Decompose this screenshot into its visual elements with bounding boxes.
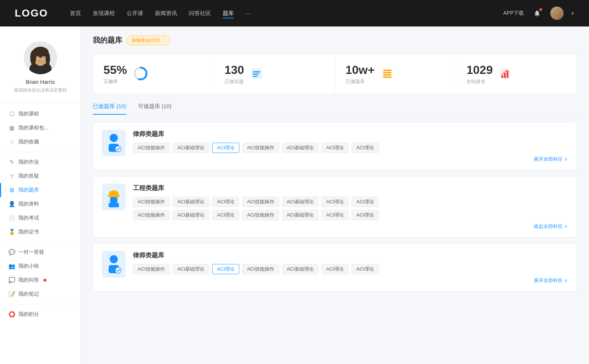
lawyer-icon-1 — [102, 130, 126, 156]
tag-3[interactable]: ACI技能操作 — [242, 143, 279, 153]
svg-rect-16 — [253, 76, 257, 77]
tag-row-engineer-2: ACI技能操作 ACI基础理论 ACI理论 ACI技能操作 ACI基础理论 AC… — [133, 210, 568, 220]
svg-rect-14 — [253, 71, 260, 72]
stat-done-label: 已做试题 — [225, 78, 244, 85]
svg-rect-24 — [504, 73, 506, 78]
svg-rect-25 — [507, 71, 508, 78]
law2-tag-3[interactable]: ACI技能操作 — [242, 264, 279, 274]
sidebar-item-certificate[interactable]: 🏅 我的证书 — [0, 225, 81, 239]
layout: Brian Harris 错误的决定比没有决定要好 ☐ 我的课程 ▦ 我的课程包… — [0, 26, 589, 364]
sidebar-label-exam: 我的考试 — [18, 215, 39, 221]
bank-content-engineer: 工程类题库 ACI技能操作 ACI基础理论 ACI理论 ACI技能操作 ACI基… — [133, 184, 568, 230]
sidebar-item-qa[interactable]: 💭 我的问答 — [0, 273, 81, 287]
user-dropdown-arrow[interactable]: ∨ — [571, 11, 574, 16]
law2-tag-1[interactable]: ACI基础理论 — [173, 264, 209, 274]
star-icon: ☆ — [9, 139, 15, 145]
edit-icon: ✎ — [9, 159, 15, 165]
lawyer-icon-2 — [102, 251, 126, 278]
nav-questions[interactable]: 题库 — [223, 8, 234, 18]
page-title: 我的题库 — [93, 35, 122, 45]
eng-tag-10[interactable]: ACI技能操作 — [242, 210, 279, 220]
qa-icon: 💭 — [9, 277, 15, 283]
sidebar-divider-2 — [0, 152, 81, 152]
eng-tag-6[interactable]: ACI理论 — [352, 197, 379, 207]
navbar: LOGO 首页 发现课程 公开课 新闻资讯 问答社区 题库 ··· APP下载 … — [0, 0, 589, 26]
tag-0[interactable]: ACI技能操作 — [133, 143, 170, 153]
sidebar-item-one-on-one[interactable]: 💬 一对一答疑 — [0, 245, 81, 259]
nav-open-course[interactable]: 公开课 — [127, 8, 143, 18]
nav-more[interactable]: ··· — [246, 8, 250, 18]
sidebar-item-notes[interactable]: 📝 我的笔记 — [0, 287, 81, 301]
notification-bell[interactable] — [531, 7, 543, 19]
nav-menu: 首页 发现课程 公开课 新闻资讯 问答社区 题库 ··· — [70, 8, 489, 18]
eng-tag-3[interactable]: ACI技能操作 — [242, 197, 279, 207]
question-icon: ? — [9, 173, 15, 179]
note-icon: 📝 — [9, 291, 15, 297]
tag-row-lawyer-2: ACI技能操作 ACI基础理论 ACI理论 ACI技能操作 ACI基础理论 AC… — [133, 264, 568, 274]
nav-news[interactable]: 新闻资讯 — [155, 8, 177, 18]
sidebar-label-course-package: 我的课程包... — [18, 125, 49, 131]
eng-tag-0[interactable]: ACI技能操作 — [133, 197, 170, 207]
nav-discover[interactable]: 发现课程 — [93, 8, 115, 18]
sidebar-label-my-course: 我的课程 — [18, 111, 39, 117]
sidebar-item-group[interactable]: 👥 我的小组 — [0, 259, 81, 273]
expand-link-lawyer-1[interactable]: 展开全部科目 ∨ — [133, 156, 568, 163]
bank-card-lawyer-2: 律师类题库 ACI技能操作 ACI基础理论 ACI理论 ACI技能操作 ACI基… — [93, 243, 577, 292]
tag-6[interactable]: ACI理论 — [352, 143, 379, 153]
eng-tag-8[interactable]: ACI基础理论 — [173, 210, 209, 220]
stat-accuracy: 55% 正确率 — [93, 54, 214, 94]
expand-link-engineer[interactable]: 收起全部科目 ∧ — [133, 223, 568, 230]
sidebar-item-favorites[interactable]: ☆ 我的收藏 — [0, 135, 81, 149]
logo[interactable]: LOGO — [15, 7, 48, 19]
sidebar-item-homework[interactable]: ✎ 我的作业 — [0, 155, 81, 169]
cert-icon: 🏅 — [9, 229, 15, 235]
stat-done-text: 130 已做试题 — [225, 63, 244, 85]
expand-link-lawyer-2[interactable]: 展开全部科目 ∨ — [133, 277, 568, 284]
sidebar-item-questions[interactable]: ? 我的答疑 — [0, 169, 81, 183]
sidebar-item-profile[interactable]: 👤 我的资料 — [0, 197, 81, 211]
law2-tag-4[interactable]: ACI基础理论 — [282, 264, 319, 274]
nav-home[interactable]: 首页 — [70, 8, 81, 18]
doc-icon: 📄 — [9, 215, 15, 221]
eng-tag-9[interactable]: ACI理论 — [212, 210, 239, 220]
sidebar-label-questions: 我的答疑 — [18, 173, 39, 179]
eng-tag-11[interactable]: ACI基础理论 — [282, 210, 319, 220]
tab-bar: 已做题库 (10) 可做题库 (10) — [93, 103, 577, 115]
svg-rect-18 — [383, 70, 391, 71]
law2-tag-5[interactable]: ACI理论 — [321, 264, 349, 274]
tag-1[interactable]: ACI基础理论 — [173, 143, 209, 153]
eng-tag-2[interactable]: ACI理论 — [212, 197, 239, 207]
tab-done-banks[interactable]: 已做题库 (10) — [93, 103, 126, 114]
stat-banks-value: 10w+ — [346, 63, 375, 77]
eng-tag-1[interactable]: ACI基础理论 — [173, 197, 209, 207]
sidebar-item-my-course[interactable]: ☐ 我的课程 — [0, 107, 81, 121]
svg-point-33 — [110, 255, 118, 263]
stat-accuracy-value: 55% — [103, 63, 127, 77]
nav-qa[interactable]: 问答社区 — [189, 8, 211, 18]
sidebar-item-course-package[interactable]: ▦ 我的课程包... — [0, 121, 81, 135]
sidebar-item-points[interactable]: ⭕ 我的积分 — [0, 307, 81, 321]
eng-tag-12[interactable]: ACI理论 — [321, 210, 349, 220]
eng-tag-5[interactable]: ACI理论 — [321, 197, 349, 207]
tag-2[interactable]: ACI理论 — [212, 143, 239, 153]
svg-point-6 — [46, 52, 50, 65]
tag-4[interactable]: ACI基础理论 — [282, 143, 319, 153]
profile-section: Brian Harris 错误的决定比没有决定要好 — [0, 34, 81, 99]
tab-available-banks[interactable]: 可做题库 (10) — [138, 103, 172, 114]
tag-5[interactable]: ACI理论 — [321, 143, 349, 153]
stat-rank-value: 1029 — [466, 63, 493, 77]
eng-tag-4[interactable]: ACI基础理论 — [282, 197, 319, 207]
sidebar-divider-1 — [0, 102, 81, 103]
eng-tag-7[interactable]: ACI技能操作 — [133, 210, 170, 220]
eng-tag-13[interactable]: ACI理论 — [352, 210, 379, 220]
app-download-link[interactable]: APP下载 — [503, 10, 524, 17]
law2-tag-2[interactable]: ACI理论 — [212, 264, 239, 274]
profile-motto: 错误的决定比没有决定要好 — [14, 87, 67, 93]
user-avatar-nav[interactable] — [550, 7, 564, 20]
law2-tag-6[interactable]: ACI理论 — [352, 264, 379, 274]
sidebar-item-question-bank[interactable]: ⊞ 我的题库 — [0, 183, 81, 197]
stat-done-questions: 130 已做试题 — [214, 54, 335, 94]
law2-tag-0[interactable]: ACI技能操作 — [133, 264, 170, 274]
sidebar-item-exam[interactable]: 📄 我的考试 — [0, 211, 81, 225]
bank-card-lawyer-1: 律师类题库 ACI技能操作 ACI基础理论 ACI理论 ACI技能操作 ACI基… — [93, 122, 577, 170]
